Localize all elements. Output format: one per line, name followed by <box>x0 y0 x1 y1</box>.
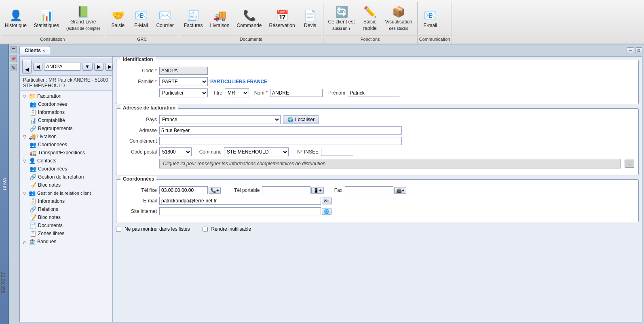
grand-livre-icon: 📗 <box>77 6 90 18</box>
tree-informations-1[interactable]: 📋 Informations <box>26 108 112 116</box>
type-select[interactable]: Particulier <box>159 88 208 97</box>
saisie-button[interactable]: 🤝 Saisie <box>107 8 129 30</box>
nom-input[interactable] <box>270 89 323 97</box>
localiser-button[interactable]: 🌍 Localiser <box>283 115 319 124</box>
tel-portable-input[interactable] <box>262 186 310 194</box>
coordonnees3-label: Coordonnées <box>38 166 111 172</box>
tree-facturation[interactable]: ▽ 📁 Facturation <box>20 92 112 100</box>
site-row: Site internet 🌐 <box>120 207 634 215</box>
email2-button[interactable]: 📧 E-mail <box>419 8 441 30</box>
nav-code-input[interactable] <box>44 63 80 71</box>
tree-coordonnees-1[interactable]: 👥 Coordonnées <box>26 100 112 108</box>
clients-tab[interactable]: Clients × <box>19 46 50 55</box>
email-group: ✉+ <box>159 197 332 205</box>
code-row: Code <box>120 67 634 75</box>
saisie-icon: 🤝 <box>112 9 125 22</box>
tree-content: ▽ 📁 Facturation 👥 Coordonnées 📋 Informat… <box>20 90 112 246</box>
email-icon: 📧 <box>135 9 148 22</box>
nav-last-btn[interactable]: ▶| <box>105 63 113 71</box>
commande-button[interactable]: 📞 Commande <box>234 8 265 30</box>
reservation-button[interactable]: 📅 Réservation <box>266 8 298 30</box>
tree-contacts[interactable]: ▽ 👤 Contacts <box>20 157 112 165</box>
tel-fixe-label: Tél fixe <box>120 187 157 193</box>
tree-relations[interactable]: 🔗 Relations <box>26 205 112 213</box>
saisie-rapide-button[interactable]: ✏️ Saisierapide <box>359 4 381 33</box>
tree-gestion-relation[interactable]: 🔗 Gestion de la relation <box>26 173 112 181</box>
site-action-btn[interactable]: 🌐 <box>322 208 332 215</box>
grand-livre-button[interactable]: 📗 Grand-Livre(extrait de compte) <box>63 4 103 33</box>
tree-comptabilite[interactable]: 📊 Comptabilité <box>26 116 112 124</box>
informations1-label: Informations <box>38 109 111 115</box>
fax-input[interactable] <box>345 186 393 194</box>
minimize-window-btn[interactable]: ─ <box>627 47 634 53</box>
dots-button[interactable]: ... <box>625 160 634 168</box>
email-action-btn[interactable]: ✉+ <box>322 198 332 204</box>
tree-livraison[interactable]: ▽ 🚚 Livraison <box>20 133 112 141</box>
adresse-input[interactable] <box>159 126 402 135</box>
ne-pas-montrer-checkbox[interactable] <box>116 227 121 232</box>
side-icon-3[interactable]: ✎ <box>10 64 17 71</box>
nav-first-btn[interactable]: |◀ <box>22 60 32 74</box>
code-input[interactable] <box>159 67 208 75</box>
factures-label: Factures <box>184 23 203 28</box>
maximize-window-btn[interactable]: □ <box>635 47 642 53</box>
tree-coordonnees-2[interactable]: 👥 Coordonnées <box>26 141 112 149</box>
reservation-label: Réservation <box>269 23 295 28</box>
courrier-button[interactable]: ✉️ Courrier <box>153 8 177 30</box>
tree-zones-libres[interactable]: 📋 Zones libres <box>26 229 112 238</box>
devis-button[interactable]: 📄 Devis <box>299 8 321 30</box>
tel-fixe-input[interactable] <box>159 186 208 194</box>
livraison-button[interactable]: 🚚 Livraison <box>207 8 232 30</box>
tree-transport[interactable]: 🚛 Transport/Expéditions <box>26 149 112 157</box>
factures-button[interactable]: 🧾 Factures <box>181 8 206 30</box>
fax-label: Fax <box>330 187 342 193</box>
rendre-inutilisable-checkbox[interactable] <box>203 227 208 232</box>
tree-banques[interactable]: ▷ 🏦 Banques <box>20 238 112 246</box>
work-area: |◀ ◀ ▼ ▶ ▶| + − 💾 🔄 Particulier : MR Pat… <box>19 56 642 322</box>
site-input[interactable] <box>159 207 321 215</box>
tree-documents[interactable]: 📄 Documents <box>26 221 112 229</box>
tel-portable-action-btn[interactable]: 📱+ <box>311 187 323 194</box>
prenom-input[interactable] <box>348 89 400 97</box>
tree-bloc-notes-1[interactable]: 📝 Bloc notes <box>26 181 112 189</box>
code-label: Code <box>120 68 157 74</box>
nav-next-btn[interactable]: ▶ <box>94 63 103 71</box>
banques-icon: 🏦 <box>29 238 36 245</box>
nav-dropdown-btn[interactable]: ▼ <box>82 63 93 71</box>
tree-bloc-notes-2[interactable]: 📝 Bloc notes <box>26 213 112 221</box>
volet-panel[interactable]: Volet <box>0 44 9 324</box>
tree-informations-2[interactable]: 📋 Informations <box>26 197 112 205</box>
nav-prev-btn[interactable]: ◀ <box>33 63 42 71</box>
pays-label: Pays <box>120 117 157 122</box>
tree-grc[interactable]: ▽ 👥 Gestion de la relation client <box>20 189 112 197</box>
side-icon-1[interactable]: ☰ <box>10 46 17 53</box>
tree-coordonnees-3[interactable]: 👥 Coordonnées <box>26 165 112 173</box>
tel-fixe-action-btn[interactable]: 📞+ <box>209 187 221 194</box>
famille-row: Famille PARTF PARTICULIERS FRANCE <box>120 77 634 86</box>
commune-select[interactable]: STE MENEHOULD <box>224 147 289 156</box>
visualisation-button[interactable]: 📦 Visualisationdes stocks <box>382 4 416 33</box>
tree-regroupements[interactable]: 🔗 Regroupements <box>26 124 112 133</box>
cp-select[interactable]: 51800 <box>159 147 192 156</box>
complement-input[interactable] <box>159 137 402 145</box>
documents-icon: 📄 <box>30 222 36 229</box>
localiser-icon: 🌍 <box>287 117 293 122</box>
info-bar[interactable]: Cliquez ici pour renseigner les informat… <box>159 159 621 168</box>
zones-libres-label: Zones libres <box>38 231 111 236</box>
complement-row: Complément <box>120 137 634 145</box>
tab-bar: Clients × ─ □ <box>19 46 642 55</box>
clients-tab-close[interactable]: × <box>42 48 45 53</box>
titre-select[interactable]: MR <box>225 88 249 97</box>
famille-select[interactable]: PARTF <box>159 77 208 86</box>
pays-select[interactable]: France <box>159 115 281 124</box>
insee-input[interactable] <box>321 148 353 156</box>
prenom-label: Prénom <box>325 90 345 96</box>
historique-button[interactable]: 👤 Historique <box>2 8 30 30</box>
side-icon-2[interactable]: 📌 <box>10 55 17 62</box>
grc-label: GRC <box>107 36 177 43</box>
email-button[interactable]: 📧 E-Mail <box>130 8 152 30</box>
ce-client-button[interactable]: 🔄 Ce client estaussi un ▾ <box>325 4 358 33</box>
fax-action-btn[interactable]: 📠+ <box>394 187 406 194</box>
email-input[interactable] <box>159 197 321 205</box>
statistiques-button[interactable]: 📊 Statistiques <box>31 8 62 30</box>
